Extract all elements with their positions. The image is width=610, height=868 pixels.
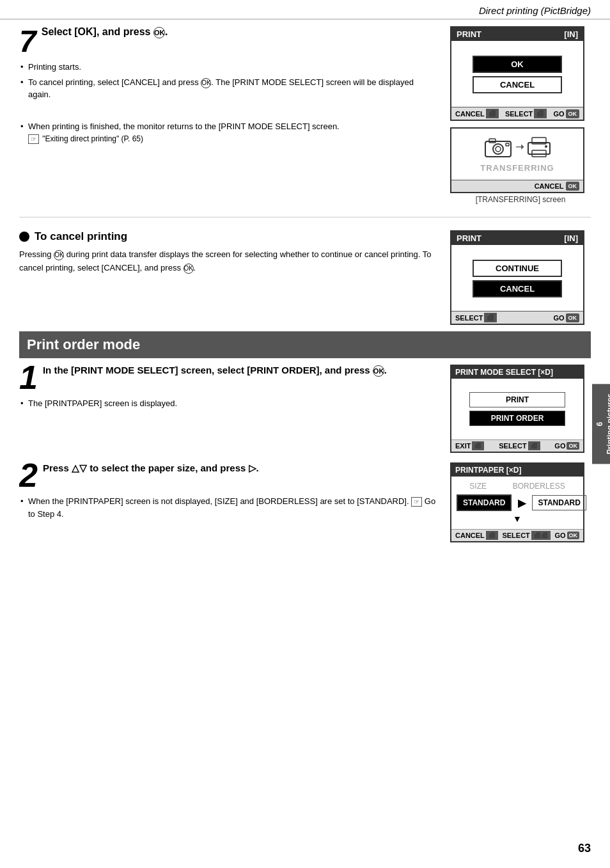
step2-number: 2 — [19, 462, 38, 492]
step2-title: 2 Press △▽ to select the paper size, and… — [19, 462, 437, 492]
pms-select-item: SELECT ⬛ — [499, 441, 540, 450]
pms-exit-item: EXIT ⬛ — [455, 441, 484, 450]
transfer-footer: CANCEL OK — [451, 180, 583, 192]
footer-cancel-label: CANCEL — [455, 110, 485, 118]
pms-screen-wrapper: PRINT MODE SELECT [×D] PRINT PRINT ORDER… — [450, 365, 591, 453]
pms-go-item: GO OK — [554, 442, 579, 450]
screen1-ok-btn[interactable]: OK — [473, 56, 562, 73]
footer-cancel-item: CANCEL ⬛ — [455, 109, 499, 118]
pp-header: PRINTPAPER [×D] — [451, 464, 583, 477]
circle-bullet-icon — [19, 232, 29, 242]
cancel-section: To cancel printing Pressing OK during pr… — [19, 230, 591, 325]
pms-header: PRINT MODE SELECT [×D] — [451, 366, 583, 379]
print-order-title: Print order mode — [27, 336, 140, 352]
camera-icon — [484, 136, 512, 158]
print-screen-1: PRINT [IN] OK CANCEL CANCEL ⬛ — [450, 26, 584, 121]
pms-print-btn[interactable]: PRINT — [469, 392, 565, 407]
pms-exit-label: EXIT — [455, 442, 471, 450]
print-screen-1-body: OK CANCEL — [451, 41, 583, 107]
pp-down-arrow-icon: ▼ — [457, 514, 578, 524]
pp-select-icon: ⬛⬛ — [531, 531, 551, 540]
step7-title: Select [OK], and press OK. — [42, 26, 168, 37]
step7-bullet-3-list: When printing is finished, the monitor r… — [19, 120, 437, 145]
step2-bullet-1: When the [PRINTPAPER] screen is not disp… — [19, 495, 437, 520]
step7-bullet-3: When printing is finished, the monitor r… — [19, 120, 437, 145]
pms-ok-icon: OK — [567, 442, 579, 450]
header-title: Direct printing (PictBridge) — [479, 5, 591, 16]
pms-print-order-btn[interactable]: PRINT ORDER — [469, 411, 565, 426]
screen3-cancel-btn[interactable]: CANCEL — [473, 280, 562, 297]
print-screen-3-header: PRINT [IN] — [451, 232, 583, 245]
section-7-right: PRINT [IN] OK CANCEL CANCEL ⬛ — [450, 26, 591, 204]
step1-content: 1 In the [PRINT MODE SELECT] screen, sel… — [19, 365, 437, 453]
pp-select-label: SELECT — [502, 532, 529, 539]
pp-standard-right: STANDARD — [532, 495, 586, 510]
transfer-arrow-icon: ➝ — [515, 141, 524, 153]
screen3-ok-icon: OK — [566, 313, 580, 322]
pp-borderless-label: BORDERLESS — [513, 482, 565, 491]
step1-bullets: The [PRINTPAPER] screen is displayed. — [19, 397, 437, 413]
step7-number: 7 — [19, 26, 36, 57]
footer-go-item: GO OK — [553, 109, 579, 118]
print-screen-3-footer: SELECT ⬛ GO OK — [451, 311, 583, 324]
print-screen-1-badge: [IN] — [564, 29, 578, 39]
pp-ok-icon: OK — [567, 532, 580, 539]
pp-select-item: SELECT ⬛⬛ — [502, 531, 550, 540]
screen3-continue-btn[interactable]: CONTINUE — [473, 260, 562, 277]
svg-point-1 — [493, 144, 503, 154]
ok-circle-icon-2: OK — [184, 264, 194, 274]
side-tab-label: 6Printing pictures — [595, 393, 610, 454]
page-header: Direct printing (PictBridge) — [0, 0, 610, 20]
ok-circle-icon: OK — [54, 250, 64, 260]
pp-go-item: GO OK — [554, 532, 579, 539]
step1-bullet-1: The [PRINTPAPER] screen is displayed. — [19, 397, 437, 410]
pms-body: PRINT PRINT ORDER — [451, 379, 583, 439]
step7-bullets: Printing starts. To cancel printing, sel… — [19, 61, 437, 101]
step2-content: 2 Press △▽ to select the paper size, and… — [19, 462, 437, 542]
footer-select-label: SELECT — [505, 110, 533, 118]
page-number: 63 — [578, 842, 591, 855]
pp-size-label: SIZE — [469, 482, 487, 491]
print-screen-1-footer: CANCEL ⬛ SELECT ⬛ GO OK — [451, 107, 583, 120]
pp-standard-left: STANDARD — [457, 494, 512, 511]
footer-select-icon: ⬛ — [534, 109, 547, 118]
screen3-footer-go: GO OK — [553, 313, 579, 322]
pms-select-label: SELECT — [499, 442, 526, 450]
pms-screen: PRINT MODE SELECT [×D] PRINT PRINT ORDER… — [450, 365, 584, 453]
step7-bullet-1: Printing starts. — [19, 61, 437, 74]
cancel-section-left: To cancel printing Pressing OK during pr… — [19, 230, 437, 325]
step7-header: 7 Select [OK], and press OK. — [19, 26, 437, 57]
pp-cancel-item: CANCEL ⬛ — [455, 531, 498, 540]
go-to-ref-icon: ☞ — [411, 497, 422, 507]
step7-bullet-2: To cancel printing, select [CANCEL] and … — [19, 76, 437, 101]
print-screen-3-badge: [IN] — [564, 233, 578, 243]
divider-1 — [19, 217, 591, 217]
step2-row: 2 Press △▽ to select the paper size, and… — [19, 462, 591, 542]
screen1-cancel-btn[interactable]: CANCEL — [473, 76, 562, 93]
book-ref-icon: ☞ — [28, 134, 39, 144]
transfer-text: TRANSFERRING — [480, 163, 554, 173]
step1-title: 1 In the [PRINT MODE SELECT] screen, sel… — [19, 365, 437, 394]
section-7-left: 7 Select [OK], and press OK. Printing st… — [19, 26, 437, 204]
pp-cancel-label: CANCEL — [455, 532, 485, 539]
pp-arrow-icon: ▶ — [518, 497, 526, 509]
cancel-heading: To cancel printing — [19, 230, 437, 243]
section-7: 7 Select [OK], and press OK. Printing st… — [19, 26, 591, 204]
screen3-go-label: GO — [553, 314, 564, 322]
svg-point-8 — [545, 145, 547, 148]
transferring-screen: ➝ TRANSFERRING — [450, 127, 584, 193]
pp-screen-wrapper: PRINTPAPER [×D] SIZE BORDERLESS STANDARD… — [450, 462, 591, 542]
transfer-footer-cancel: CANCEL — [535, 182, 564, 190]
pp-body: SIZE BORDERLESS STANDARD ▶ STANDARD ▼ — [451, 477, 583, 529]
ok-circle-step1: OK — [373, 365, 384, 377]
print-screen-1-title: PRINT — [457, 29, 481, 39]
pp-cancel-icon: ⬛ — [486, 531, 498, 540]
pp-footer: CANCEL ⬛ SELECT ⬛⬛ GO OK — [451, 529, 583, 541]
step2-title-text: Press △▽ to select the paper size, and p… — [43, 462, 259, 473]
pp-go-label: GO — [554, 532, 565, 539]
screen3-select-icon: ⬛ — [484, 313, 497, 322]
svg-point-2 — [496, 146, 501, 152]
step2-bullets: When the [PRINTPAPER] screen is not disp… — [19, 495, 437, 523]
screen3-footer-select: SELECT ⬛ — [455, 313, 497, 322]
pms-exit-icon: ⬛ — [472, 441, 484, 450]
